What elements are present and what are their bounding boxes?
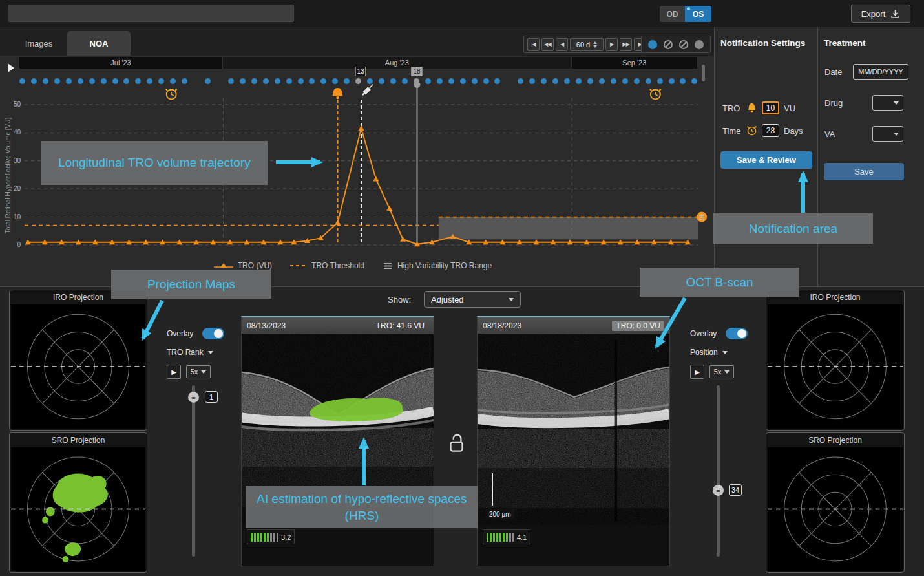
eye-toggle: OD OS	[660, 6, 711, 22]
bscan-right-quality: 4.1	[483, 529, 530, 544]
chevron-down-icon	[201, 370, 206, 374]
left-bscan-slider-handle[interactable]: ≡	[188, 392, 199, 403]
jump-first-button[interactable]: |◀	[527, 38, 540, 51]
show-label: Show:	[388, 295, 411, 304]
etdrs-grid-icon	[11, 447, 145, 571]
iro-projection-map-left[interactable]	[11, 304, 145, 429]
month-band-aug[interactable]: Aug '23	[223, 57, 572, 69]
chevron-down-icon	[208, 351, 213, 354]
right-bscan-slider-track[interactable]	[717, 385, 720, 557]
tab-noa[interactable]: NOA	[67, 31, 131, 56]
svg-text:0: 0	[17, 241, 21, 248]
scan-filter-group	[641, 36, 711, 53]
oct-bscan-image-right	[478, 334, 669, 525]
iro-projection-panel-right: IRO Projection	[766, 290, 905, 431]
step-back-button[interactable]: ◀	[556, 38, 568, 51]
top-bar: OD OS Export	[0, 0, 924, 27]
tro-label: TRO	[722, 103, 742, 113]
month-band-sep[interactable]: Sep '23	[572, 57, 698, 69]
right-playback-row: ▶ 5x	[690, 365, 734, 379]
sro-fluid-blobs	[42, 474, 108, 562]
show-select[interactable]: Adjusted	[424, 291, 521, 308]
quality-bars	[487, 532, 514, 542]
drug-label: Drug	[824, 98, 866, 108]
page-back-button[interactable]: ◀◀	[541, 38, 554, 51]
right-mode-label: Position	[690, 348, 718, 357]
time-range-spinner[interactable]: 60 d	[570, 38, 604, 51]
drug-select[interactable]	[872, 95, 903, 111]
timeline-nav-group: |◀ ◀◀ ◀ 60 d ▶ ▶▶ ▶|	[523, 36, 650, 53]
right-overlay-toggle[interactable]	[726, 328, 748, 339]
bscan-right-image[interactable]: 200 µm	[478, 334, 669, 525]
month-band-jul[interactable]: Jul '23	[19, 57, 223, 69]
tro-threshold-input[interactable]: 10	[762, 101, 779, 114]
treatment-panel: Treatment Date MM/DD/YYYY Drug VA Save	[818, 27, 924, 286]
eye-toggle-od[interactable]: OD	[660, 6, 685, 22]
bscan-left-tro-value: TRO: 41.6 VU	[372, 321, 428, 331]
treatment-title: Treatment	[824, 38, 866, 48]
sro-projection-map-left[interactable]	[11, 447, 145, 571]
legend-label-band: High Variability TRO Range	[397, 261, 492, 270]
left-mode-label: TRO Rank	[167, 348, 204, 357]
bscan-right-footer: 4.1	[478, 525, 669, 565]
date-input[interactable]: MM/DD/YYYY	[853, 64, 908, 80]
right-overlay-row: Overlay	[690, 328, 748, 339]
timeline-marker-18[interactable]: 18	[411, 67, 422, 76]
scan-filter-gray-icon[interactable]	[695, 40, 704, 49]
right-overlay-mode-select[interactable]: Position	[690, 348, 728, 357]
right-bscan-slider-handle[interactable]: ≡	[713, 485, 724, 496]
notification-settings-title: Notification Settings	[720, 38, 805, 48]
right-bscan-slider-value: 34	[729, 484, 742, 496]
scale-bar	[492, 473, 493, 506]
timeline-play-icon[interactable]	[8, 63, 14, 72]
scan-artifact-line	[615, 340, 617, 521]
bscan-left-date: 08/13/2023	[247, 321, 286, 330]
left-playback-row: ▶ 5x	[167, 365, 211, 379]
sro-projection-panel-right: SRO Projection	[766, 432, 905, 573]
eye-toggle-os-label: OS	[693, 10, 704, 19]
treatment-save-button[interactable]: Save	[824, 163, 904, 180]
time-threshold-row: Time 28 Days	[722, 124, 803, 137]
svg-text:40: 40	[14, 129, 21, 136]
step-forward-button[interactable]: ▶	[605, 38, 618, 51]
svg-text:50: 50	[14, 101, 21, 108]
scan-filter-slash-icon-1[interactable]	[664, 40, 673, 49]
eye-toggle-os[interactable]: OS	[685, 6, 711, 22]
annotation-oct-bscan: OCT B-scan	[640, 268, 799, 297]
tab-images[interactable]: Images	[14, 31, 63, 56]
timeline-scrollbar[interactable]	[702, 65, 705, 81]
sro-projection-map-right[interactable]	[768, 447, 903, 571]
left-overlay-toggle[interactable]	[202, 328, 224, 339]
time-threshold-input[interactable]: 28	[762, 124, 779, 137]
right-speed-select[interactable]: 5x	[709, 365, 734, 378]
annotation-ai-hrs: AI estimation of hypo-reflective spaces …	[246, 486, 478, 528]
iro-projection-map-right[interactable]	[768, 304, 903, 429]
timeline-marker-13[interactable]: 13	[355, 67, 366, 76]
legend-item-band: High Variability TRO Range	[383, 261, 492, 270]
scan-link-lock-button[interactable]	[447, 432, 467, 454]
right-play-button[interactable]: ▶	[690, 365, 704, 379]
left-overlay-mode-select[interactable]: TRO Rank	[167, 348, 213, 357]
time-label: Time	[722, 126, 742, 136]
svg-text:20: 20	[14, 185, 21, 192]
va-label: VA	[824, 129, 866, 139]
export-button[interactable]: Export	[851, 5, 910, 23]
treatment-drug-row: Drug	[824, 95, 903, 111]
va-select[interactable]	[872, 126, 903, 142]
left-bscan-slider-value: 1	[205, 391, 218, 403]
unlock-icon	[447, 432, 467, 454]
left-speed-select[interactable]: 5x	[186, 365, 211, 378]
etdrs-grid-icon	[768, 447, 903, 571]
left-play-button[interactable]: ▶	[167, 365, 181, 379]
left-bscan-slider-track[interactable]	[192, 385, 195, 557]
svg-text:10: 10	[14, 213, 21, 220]
quality-value: 4.1	[517, 533, 527, 541]
scan-filter-slash-icon-2[interactable]	[679, 40, 688, 49]
spinner-arrows-icon[interactable]	[593, 41, 597, 48]
notification-settings-panel: Notification Settings TRO 10 VU Time	[715, 27, 818, 286]
save-review-button[interactable]: Save & Review	[720, 151, 812, 169]
scan-filter-all-icon[interactable]	[648, 40, 657, 49]
page-forward-button[interactable]: ▶▶	[620, 38, 632, 51]
patient-selector-bar[interactable]	[8, 5, 294, 22]
quality-bars	[251, 532, 278, 542]
